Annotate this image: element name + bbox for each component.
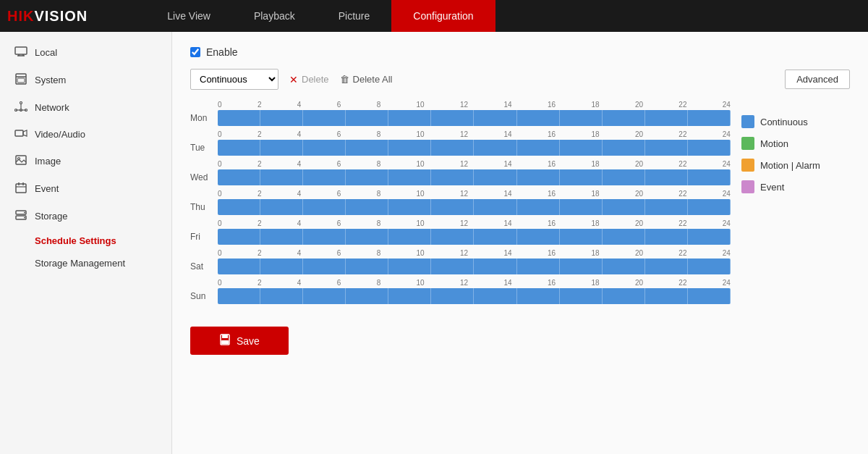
svg-rect-14	[15, 130, 23, 136]
type-dropdown[interactable]: Continuous Motion Motion | Alarm Event	[191, 70, 278, 89]
delete-all-label: Delete All	[353, 74, 393, 85]
nav-live-view[interactable]: Live View	[145, 0, 232, 32]
x-icon: ✕	[289, 74, 298, 85]
nav-items: Live View Playback Picture Configuration	[145, 0, 495, 32]
legend-color-motion-alarm	[741, 159, 754, 172]
schedule-row-fri[interactable]: Fri	[190, 229, 731, 245]
svg-rect-28	[221, 340, 229, 344]
day-label-thu: Thu	[190, 202, 218, 212]
day-label-sun: Sun	[190, 291, 218, 301]
sidebar-item-local[interactable]: Local	[0, 39, 171, 66]
svg-rect-16	[16, 156, 26, 164]
sidebar-item-image[interactable]: Image	[0, 148, 171, 175]
schedule-row-sat[interactable]: Sat	[190, 258, 731, 274]
sidebar-item-storage[interactable]: Storage	[0, 203, 171, 230]
legend-color-continuous	[741, 115, 754, 128]
delete-all-button[interactable]: 🗑 Delete All	[340, 74, 393, 85]
svg-rect-18	[16, 184, 26, 193]
sidebar-storage-label: Storage	[35, 211, 68, 222]
sidebar-item-event[interactable]: Event	[0, 175, 171, 203]
schedule-row-wed[interactable]: Wed	[190, 169, 731, 185]
day-label-wed: Wed	[190, 172, 218, 182]
delete-button[interactable]: ✕ Delete	[289, 74, 329, 85]
legend-motion-alarm: Motion | Alarm	[741, 159, 850, 172]
bar-mon[interactable]	[218, 110, 731, 126]
legend-event: Event	[741, 180, 850, 193]
svg-rect-6	[17, 78, 25, 83]
ticks-row-tue: 024681012141618202224	[190, 130, 731, 138]
ticks-row-thu: 024681012141618202224	[190, 190, 731, 198]
bar-sat[interactable]	[218, 258, 731, 274]
image-icon	[14, 155, 27, 167]
delete-label: Delete	[302, 74, 329, 85]
videoaudio-icon	[14, 128, 27, 140]
bar-fri[interactable]	[218, 229, 731, 245]
svg-point-7	[20, 102, 22, 104]
trash-icon: 🗑	[340, 74, 349, 85]
save-label: Save	[237, 335, 260, 347]
enable-checkbox[interactable]	[190, 47, 200, 57]
time-ticks-fri: 024681012141618202224	[218, 219, 731, 227]
advanced-button[interactable]: Advanced	[785, 70, 850, 89]
legend: Continuous Motion Motion | Alarm Event	[741, 101, 850, 308]
enable-row: Enable	[190, 46, 850, 58]
schedule-row-thu[interactable]: Thu	[190, 199, 731, 215]
legend-label-event: Event	[760, 182, 784, 193]
ticks-row-wed: 024681012141618202224	[190, 160, 731, 168]
bar-thu[interactable]	[218, 199, 731, 215]
legend-label-motion: Motion	[760, 138, 788, 149]
save-icon	[219, 334, 231, 348]
bar-sun[interactable]	[218, 288, 731, 304]
sidebar-item-system[interactable]: System	[0, 66, 171, 94]
logo: HIKVISION	[7, 8, 88, 25]
save-row: Save	[190, 327, 850, 355]
event-icon	[14, 182, 27, 196]
legend-color-motion	[741, 137, 754, 150]
time-ticks-sun: 024681012141618202224	[218, 279, 731, 287]
ticks-row-sat: 024681012141618202224	[190, 249, 731, 257]
time-ticks-tue: 024681012141618202224	[218, 130, 731, 138]
bar-fill-fri	[218, 229, 731, 245]
type-select-container[interactable]: Continuous Motion Motion | Alarm Event	[190, 69, 278, 90]
sidebar-system-label: System	[35, 75, 66, 85]
nav-configuration[interactable]: Configuration	[391, 0, 495, 32]
schedule-row-sun[interactable]: Sun	[190, 288, 731, 304]
legend-label-continuous: Continuous	[760, 117, 808, 127]
nav-playback[interactable]: Playback	[232, 0, 317, 32]
sidebar-item-network[interactable]: Network	[0, 94, 171, 121]
legend-color-event	[741, 180, 754, 193]
top-nav: HIKVISION Live View Playback Picture Con…	[0, 0, 868, 32]
bar-tue[interactable]	[218, 140, 731, 156]
svg-point-24	[24, 212, 25, 214]
schedule-grid: 024681012141618202224 Mon	[190, 101, 850, 308]
legend-continuous: Continuous	[741, 115, 850, 128]
sidebar: Local System	[0, 32, 172, 454]
bar-wed[interactable]	[218, 169, 731, 185]
main-layout: Local System	[0, 32, 868, 454]
schedule-row-tue[interactable]: Tue	[190, 140, 731, 156]
storage-icon	[14, 210, 27, 222]
time-ticks-thu: 024681012141618202224	[218, 190, 731, 198]
sidebar-sub-storage-management[interactable]: Storage Management	[0, 252, 171, 274]
sidebar-network-label: Network	[35, 102, 69, 113]
sidebar-videoaudio-label: Video/Audio	[35, 129, 85, 140]
save-button[interactable]: Save	[190, 327, 289, 355]
sidebar-item-videoaudio[interactable]: Video/Audio	[0, 121, 171, 148]
schedule-main: 024681012141618202224 Mon	[190, 101, 731, 308]
ticks-row-mon: 024681012141618202224	[190, 101, 731, 109]
nav-picture[interactable]: Picture	[317, 0, 392, 32]
bar-fill-sat	[218, 258, 731, 274]
enable-label: Enable	[206, 46, 238, 58]
day-label-tue: Tue	[190, 143, 218, 153]
sidebar-sub-schedule-settings[interactable]: Schedule Settings	[0, 230, 171, 252]
svg-rect-0	[15, 47, 27, 54]
time-ticks-sat: 024681012141618202224	[218, 249, 731, 257]
sidebar-event-label: Event	[35, 183, 59, 194]
sidebar-local-label: Local	[35, 47, 57, 58]
time-ticks-wed: 024681012141618202224	[218, 160, 731, 168]
toolbar: Continuous Motion Motion | Alarm Event ✕…	[190, 69, 850, 90]
legend-label-motion-alarm: Motion | Alarm	[760, 160, 820, 171]
bar-fill-wed	[218, 169, 731, 185]
schedule-row-mon[interactable]: Mon	[190, 110, 731, 126]
svg-rect-27	[222, 335, 228, 338]
